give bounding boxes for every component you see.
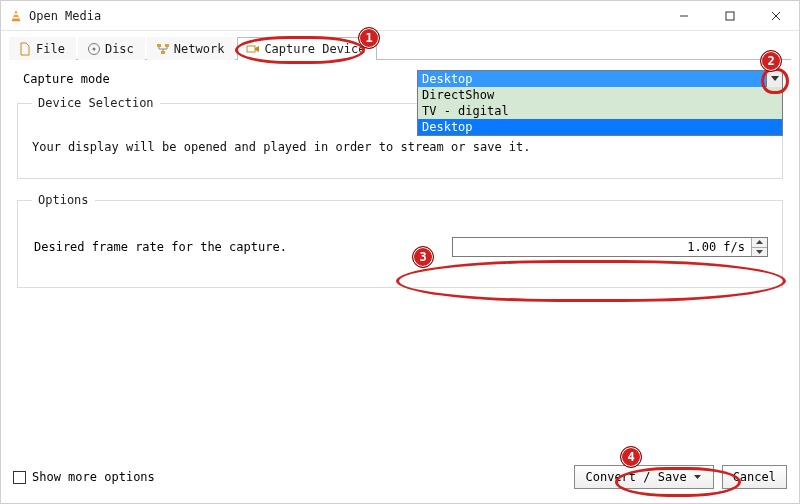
dropdown-option[interactable]: TV - digital xyxy=(418,103,782,119)
open-media-window: Open Media File Disc Network Capture Dev… xyxy=(0,0,800,504)
spinner-down[interactable] xyxy=(752,247,767,257)
frame-rate-spinner[interactable] xyxy=(452,237,768,257)
convert-save-button[interactable]: Convert / Save xyxy=(574,465,713,489)
disc-icon xyxy=(87,42,101,56)
dropdown-list: DirectShow TV - digital Desktop xyxy=(417,87,783,136)
footer: Show more options Convert / Save Cancel xyxy=(13,465,787,489)
tab-disc[interactable]: Disc xyxy=(78,37,145,60)
frame-rate-input[interactable] xyxy=(453,238,751,256)
device-message: Your display will be opened and played i… xyxy=(32,140,768,154)
svg-marker-13 xyxy=(771,76,779,81)
dropdown-arrow[interactable] xyxy=(766,71,782,87)
svg-rect-11 xyxy=(161,51,165,54)
svg-marker-0 xyxy=(12,9,21,20)
frame-rate-row: Desired frame rate for the capture. xyxy=(32,237,768,257)
spinner-up[interactable] xyxy=(752,238,767,247)
svg-marker-15 xyxy=(756,250,763,254)
svg-rect-1 xyxy=(14,13,18,15)
tabs: File Disc Network Capture Device xyxy=(9,37,791,60)
app-logo xyxy=(9,9,23,23)
minimize-button[interactable] xyxy=(661,1,707,31)
svg-rect-12 xyxy=(247,46,255,52)
tab-label: Network xyxy=(174,42,225,56)
titlebar: Open Media xyxy=(1,1,799,31)
device-selection-legend: Device Selection xyxy=(32,96,160,110)
svg-rect-9 xyxy=(157,44,161,47)
svg-rect-4 xyxy=(726,12,734,20)
tab-label: Capture Device xyxy=(264,42,365,56)
dropdown-caret-icon xyxy=(693,475,703,479)
tab-label: File xyxy=(36,42,65,56)
cancel-button[interactable]: Cancel xyxy=(722,465,787,489)
options-legend: Options xyxy=(32,193,95,207)
tab-file[interactable]: File xyxy=(9,37,76,60)
dropdown-option[interactable]: DirectShow xyxy=(418,87,782,103)
network-icon xyxy=(156,42,170,56)
capture-mode-label: Capture mode xyxy=(17,72,417,86)
convert-save-label: Convert / Save xyxy=(585,470,686,484)
dropdown-option[interactable]: Desktop xyxy=(418,119,782,135)
svg-marker-16 xyxy=(694,475,701,479)
dropdown-selected: Desktop xyxy=(418,71,766,87)
close-button[interactable] xyxy=(753,1,799,31)
frame-rate-label: Desired frame rate for the capture. xyxy=(32,240,452,254)
options-fieldset: Options Desired frame rate for the captu… xyxy=(17,193,783,288)
maximize-button[interactable] xyxy=(707,1,753,31)
tab-network[interactable]: Network xyxy=(147,37,236,60)
show-more-checkbox[interactable] xyxy=(13,471,26,484)
tab-label: Disc xyxy=(105,42,134,56)
tab-capture-device[interactable]: Capture Device xyxy=(237,37,376,60)
file-icon xyxy=(18,42,32,56)
svg-point-8 xyxy=(92,48,95,51)
capture-mode-dropdown[interactable]: Desktop DirectShow TV - digital Desktop xyxy=(417,70,783,88)
window-title: Open Media xyxy=(29,9,661,23)
show-more-label: Show more options xyxy=(32,470,155,484)
capture-mode-row: Capture mode Desktop DirectShow TV - dig… xyxy=(17,70,783,88)
tab-body: Capture mode Desktop DirectShow TV - dig… xyxy=(9,59,791,310)
svg-rect-2 xyxy=(13,16,18,18)
svg-rect-10 xyxy=(165,44,169,47)
capture-icon xyxy=(246,42,260,56)
svg-marker-14 xyxy=(756,240,763,244)
cancel-label: Cancel xyxy=(733,470,776,484)
